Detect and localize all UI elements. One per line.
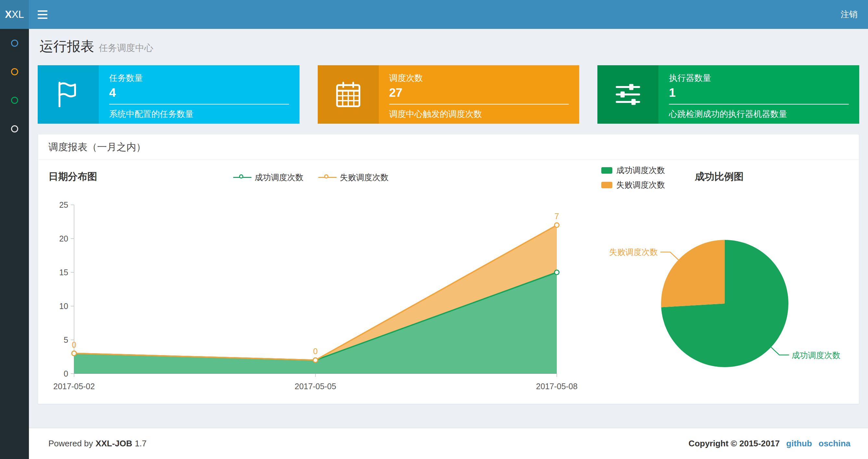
line-chart-legend: 成功调度次数 失败调度次数 [38, 167, 584, 183]
info-box-value: 4 [109, 86, 289, 100]
divider [389, 104, 569, 104]
report-panel: 调度报表（一月之内） 日期分布图 成功调度次数 失败调度次数 [38, 134, 859, 404]
circle-icon [11, 125, 18, 132]
line-series-marker-icon [233, 174, 251, 181]
flag-icon [38, 65, 99, 124]
page-subtitle: 任务调度中心 [99, 42, 153, 54]
circle-icon [11, 40, 18, 47]
legend-swatch-icon [601, 182, 612, 188]
summary-boxes: 任务数量 4 系统中配置的任务数量 调度次数 27 调度中心触发的调度次数 [38, 65, 859, 124]
line-series-marker-icon [318, 174, 337, 181]
product-name: XXL-JOB [95, 438, 132, 448]
powered-by-text: Powered by [49, 438, 93, 448]
info-box-description: 系统中配置的任务数量 [109, 108, 289, 120]
top-navbar: XXL 注销 [0, 0, 868, 29]
divider [669, 104, 849, 104]
page-header: 运行报表 任务调度中心 [38, 29, 859, 56]
info-box-title: 调度次数 [389, 72, 569, 84]
success-ratio-pie-chart: 成功调度次数失败调度次数 [584, 160, 860, 404]
info-box-jobs: 任务数量 4 系统中配置的任务数量 [38, 65, 300, 124]
logo-bold-text: X [5, 9, 12, 21]
circle-icon [11, 68, 18, 75]
page-title: 运行报表 [40, 37, 94, 56]
svg-text:0: 0 [64, 369, 68, 378]
info-box-triggers: 调度次数 27 调度中心触发的调度次数 [318, 65, 580, 124]
svg-text:25: 25 [59, 200, 68, 209]
svg-text:0: 0 [72, 340, 76, 349]
sidebar-toggle-button[interactable] [29, 0, 56, 29]
pie-chart-title: 成功比例图 [695, 170, 744, 184]
legend-item-success[interactable]: 成功调度次数 [233, 172, 303, 183]
date-distribution-block: 日期分布图 成功调度次数 失败调度次数 05101520252017-05-02… [38, 160, 584, 404]
sliders-icon [597, 65, 658, 124]
pie-chart-legend: 成功调度次数 失败调度次数 [601, 165, 665, 190]
circle-icon [11, 97, 18, 104]
svg-text:10: 10 [59, 301, 68, 310]
svg-text:2017-05-08: 2017-05-08 [536, 382, 578, 391]
info-box-executors: 执行器数量 1 心跳检测成功的执行器机器数量 [597, 65, 859, 124]
svg-text:成功调度次数: 成功调度次数 [792, 351, 840, 360]
info-box-value: 27 [389, 86, 569, 100]
info-box-value: 1 [669, 86, 849, 100]
oschina-link[interactable]: oschina [818, 438, 850, 449]
info-box-description: 心跳检测成功的执行器机器数量 [669, 108, 849, 120]
legend-item-fail[interactable]: 失败调度次数 [318, 172, 389, 183]
info-box-title: 任务数量 [109, 72, 289, 84]
sidebar-item-3[interactable] [0, 86, 29, 114]
svg-text:7: 7 [555, 211, 559, 221]
logout-link[interactable]: 注销 [830, 0, 868, 29]
svg-text:15: 15 [59, 268, 68, 277]
date-distribution-chart: 05101520252017-05-022017-05-052017-05-08… [38, 191, 584, 399]
hamburger-icon [38, 10, 48, 12]
footer: Powered byXXL-JOB1.7 Copyright © 2015-20… [29, 428, 868, 459]
logo-text: XL [12, 9, 24, 21]
main-content: 运行报表 任务调度中心 任务数量 4 系统中配置的任务数量 [29, 29, 868, 428]
info-box-title: 执行器数量 [669, 72, 849, 84]
sidebar-item-2[interactable] [0, 58, 29, 86]
info-box-description: 调度中心触发的调度次数 [389, 108, 569, 120]
svg-text:2017-05-02: 2017-05-02 [53, 382, 95, 391]
app-logo[interactable]: XXL [0, 0, 29, 29]
legend-item-success[interactable]: 成功调度次数 [601, 165, 665, 175]
line-chart-title: 日期分布图 [49, 170, 97, 184]
svg-text:20: 20 [59, 234, 68, 243]
success-ratio-block: 成功调度次数 失败调度次数 成功比例图 成功调度次数失败调度次数 [584, 160, 859, 404]
svg-text:失败调度次数: 失败调度次数 [609, 248, 658, 257]
sidebar-item-4[interactable] [0, 114, 29, 143]
legend-swatch-icon [601, 167, 612, 174]
calendar-icon [318, 65, 379, 124]
panel-title: 调度报表（一月之内） [38, 134, 859, 160]
svg-text:5: 5 [64, 335, 68, 345]
sidebar-item-1[interactable] [0, 29, 29, 58]
divider [109, 104, 289, 104]
copyright-text: Copyright © 2015-2017 [689, 438, 780, 449]
svg-text:0: 0 [313, 347, 318, 356]
github-link[interactable]: github [786, 438, 812, 449]
svg-text:2017-05-05: 2017-05-05 [294, 382, 336, 391]
legend-item-fail[interactable]: 失败调度次数 [601, 179, 665, 190]
sidebar [0, 29, 29, 459]
product-version: 1.7 [135, 438, 147, 448]
